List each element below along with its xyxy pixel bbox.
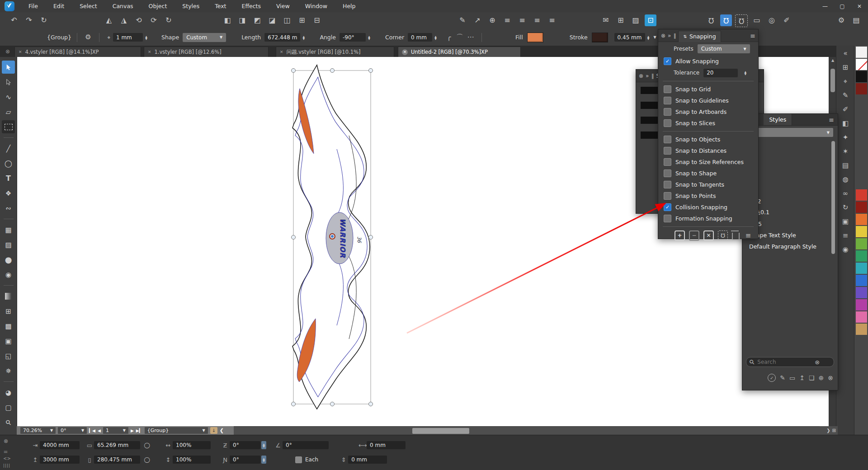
style-item[interactable]: Default Paragraph Style (742, 241, 838, 252)
mesh-warp-tool[interactable]: ◉ (2, 268, 15, 281)
scroll-right-icon[interactable]: ❯ (826, 428, 830, 433)
flip-horizontal-icon[interactable]: ◭ (103, 14, 115, 26)
close-button[interactable]: ✕ (851, 0, 868, 12)
swatch-orange[interactable] (856, 214, 867, 225)
snapping-toggle-icon[interactable]: Ω (720, 14, 732, 26)
doc-width-field[interactable]: 4000 mm (40, 441, 80, 449)
warp-tool[interactable]: ∾ (2, 202, 15, 215)
scale-y-field[interactable]: 100% (173, 456, 211, 464)
tab-document-4-active[interactable]: ✕ Untitled-2 [RGB] [@70.3%]XP (398, 47, 521, 57)
alignment-panel-icon[interactable]: ≡ (839, 229, 852, 243)
line-tool[interactable]: ╱ (2, 142, 15, 155)
menu-help[interactable]: Help (335, 0, 363, 12)
magnet-toggle-icon[interactable]: Ω (718, 230, 728, 240)
swatch-emerald[interactable] (856, 250, 867, 262)
union-icon[interactable]: ◧ (222, 14, 233, 26)
tab-document-3[interactable]: ✕ 问题.vstyler [RGB] [@10.1%] (276, 47, 394, 57)
duplicate-style-icon[interactable]: ❏ (809, 374, 815, 381)
snap-option-row[interactable]: Snap to Objects (658, 134, 758, 145)
marquee-tool[interactable] (2, 120, 15, 133)
snap-tangents-checkbox[interactable] (664, 181, 671, 188)
rotation-dropdown[interactable]: 0°▼ (58, 427, 87, 434)
page-dropdown[interactable]: 1▼ (103, 427, 128, 434)
menu-window[interactable]: Window (297, 0, 335, 12)
snap-option-row[interactable]: Snap to Slices (658, 118, 758, 129)
skew-y-stepper[interactable]: ▲▼ (261, 456, 266, 464)
ellipse-tool[interactable]: ◯ (2, 157, 15, 170)
nudge-stepper[interactable]: ▲▼ (144, 35, 149, 40)
export-style-icon[interactable]: ↥ (799, 374, 805, 381)
scale-x-field[interactable]: 100% (173, 441, 211, 449)
shape-builder-tool[interactable]: ◱ (2, 349, 15, 362)
flip-vertical-icon[interactable]: ◮ (118, 14, 130, 26)
height-field[interactable]: 280.475 mm (94, 456, 140, 464)
corner-stepper[interactable]: ▲▼ (433, 35, 438, 40)
scroll-up-icon[interactable]: ▲ (829, 57, 836, 64)
swatch-magenta[interactable] (856, 299, 867, 310)
prev-page-icon[interactable]: ◀ (98, 428, 101, 433)
symbols-panel-icon[interactable]: ◉ (839, 243, 852, 257)
snap-option-row[interactable]: Snap to Guidelines (658, 95, 758, 106)
spray-tool[interactable]: ✵ (2, 364, 15, 377)
rotation-center-icon[interactable]: ◎ (766, 14, 778, 26)
artboards-panel-icon[interactable]: ▣ (839, 215, 852, 229)
styles-panel-icon[interactable]: ✶ (839, 145, 852, 159)
snap-distances-checkbox[interactable] (664, 147, 671, 155)
snap-option-row[interactable]: ✓Collision Snapping (658, 202, 758, 213)
snap-option-row[interactable]: Snap to Size References (658, 156, 758, 168)
apply-style-icon[interactable]: ✓ (768, 374, 776, 382)
swatch-white[interactable] (856, 47, 867, 58)
panel-menu-icon[interactable]: ≡ (829, 116, 834, 123)
snap-artboards-checkbox[interactable] (664, 108, 671, 116)
swatch-yellow[interactable] (856, 226, 867, 237)
panel-close-icon[interactable]: ⊗ (639, 73, 643, 79)
eyedropper-tool[interactable]: ◕ (2, 386, 15, 399)
color-picker-panel-icon[interactable]: ⌖ (839, 75, 852, 89)
tolerance-stepper[interactable]: ▲▼ (743, 70, 748, 75)
shape-dropdown[interactable]: Custom▼ (183, 33, 226, 42)
style-search[interactable]: ⚲ ⊗ (746, 357, 834, 367)
artboard-tool[interactable]: ▢ (2, 401, 15, 414)
merge-icon[interactable]: ⊟ (311, 14, 323, 26)
gradient-tool[interactable] (2, 290, 15, 303)
links-panel-icon[interactable]: ∞ (839, 187, 852, 201)
style-preview-row[interactable] (641, 102, 658, 109)
vscroll-thumb[interactable] (830, 69, 835, 92)
direct-selection-tool[interactable] (2, 75, 15, 89)
maximize-button[interactable]: ▢ (834, 0, 851, 12)
edit-context-dropdown[interactable]: {Group}▼ (145, 427, 208, 434)
search-clear-icon[interactable]: ⊗ (815, 359, 820, 366)
tab-document-2[interactable]: ✕ 1.vstyler [RGB] [@12.6%] (144, 47, 269, 57)
width-field[interactable]: 65.269 mm (94, 441, 140, 449)
style-preview-row[interactable] (641, 117, 658, 124)
transform-close-icon[interactable]: ⊗ (2, 437, 10, 445)
snap-grid-checkbox[interactable] (664, 85, 671, 93)
each-checkbox[interactable] (295, 456, 302, 463)
transparency-panel-icon[interactable]: ◍ (839, 173, 852, 187)
tab-close-icon[interactable]: ✕ (19, 50, 22, 54)
tabbar-close-icon[interactable]: ⊗ (4, 47, 12, 56)
menu-file[interactable]: File (21, 0, 46, 12)
delete-style-icon[interactable]: ⊗ (828, 374, 833, 381)
tolerance-field[interactable]: 20 (703, 69, 738, 77)
swatch-red[interactable] (856, 189, 867, 201)
tab-document-1[interactable]: ✕ 4.vstyler [RGB] [@14.1%]XP (14, 47, 141, 57)
menu-view[interactable]: View (269, 0, 297, 12)
tab-close-icon[interactable]: ✕ (280, 50, 283, 54)
round-corner-icon[interactable]: ╭ (443, 32, 454, 43)
first-page-icon[interactable]: ▎◀ (89, 428, 95, 433)
undo-icon[interactable]: ↶ (8, 14, 20, 26)
panel-collapse-icon[interactable]: » (668, 33, 671, 39)
snap-option-row[interactable]: Snap to Grid (658, 84, 758, 95)
snap-points-checkbox[interactable] (664, 192, 671, 200)
selection-tool[interactable] (2, 61, 15, 74)
pattern-tool[interactable]: ▩ (2, 320, 15, 333)
style-preview-row[interactable] (641, 132, 658, 139)
arc-corner-icon[interactable]: ⌒ (454, 32, 465, 43)
swatch-darkred[interactable] (856, 83, 867, 94)
corner-field[interactable]: 0 mm (408, 33, 432, 42)
minimize-button[interactable]: — (816, 0, 834, 12)
frame-snap-icon[interactable]: ▭ (751, 14, 763, 26)
free-transform-tool[interactable]: ▱ (2, 105, 15, 118)
subtract-icon[interactable]: ◨ (236, 14, 248, 26)
